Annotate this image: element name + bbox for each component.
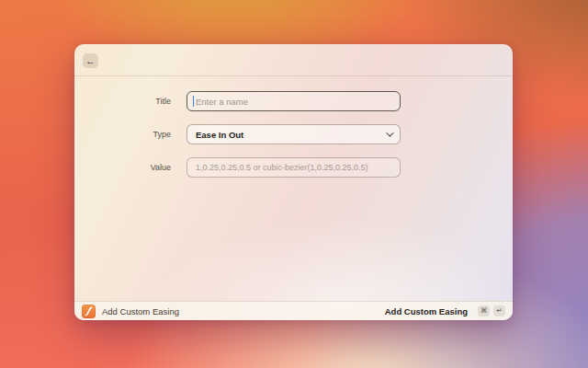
back-arrow-icon: ← bbox=[85, 56, 96, 66]
easing-form: Title Type Ease In Out Value bbox=[74, 76, 513, 190]
title-row: Title bbox=[74, 91, 513, 111]
text-caret bbox=[193, 96, 194, 107]
type-field-wrap: Ease In Out bbox=[187, 124, 401, 144]
dialog-body-spacer bbox=[74, 190, 513, 301]
desktop-wallpaper: { "window": { "header": { "back_icon": "… bbox=[0, 0, 588, 368]
value-row: Value bbox=[74, 157, 513, 178]
easing-app-icon bbox=[82, 305, 96, 318]
action-bar: Add Custom Easing Add Custom Easing ⌘ ↵ bbox=[74, 301, 513, 320]
title-label: Title bbox=[74, 97, 171, 106]
easing-curve-icon bbox=[82, 305, 96, 318]
return-key-icon[interactable]: ↵ bbox=[493, 305, 505, 316]
title-input[interactable] bbox=[187, 91, 401, 111]
type-select-value: Ease In Out bbox=[196, 130, 386, 140]
value-input[interactable] bbox=[187, 157, 401, 178]
type-row: Type Ease In Out bbox=[74, 124, 513, 144]
add-custom-easing-dialog: ← Title Type Ease In Out Value bbox=[74, 44, 513, 320]
chevron-down-icon bbox=[386, 129, 393, 136]
value-label: Value bbox=[74, 163, 171, 172]
action-bar-app-name: Add Custom Easing bbox=[102, 306, 179, 316]
add-custom-easing-button[interactable]: Add Custom Easing bbox=[385, 306, 468, 316]
title-field-wrap bbox=[187, 91, 401, 111]
type-select[interactable]: Ease In Out bbox=[187, 124, 401, 144]
type-label: Type bbox=[74, 130, 171, 139]
back-button[interactable]: ← bbox=[83, 53, 98, 68]
dialog-header: ← bbox=[74, 44, 513, 76]
command-key-icon[interactable]: ⌘ bbox=[478, 305, 490, 316]
value-field-wrap bbox=[187, 157, 401, 178]
